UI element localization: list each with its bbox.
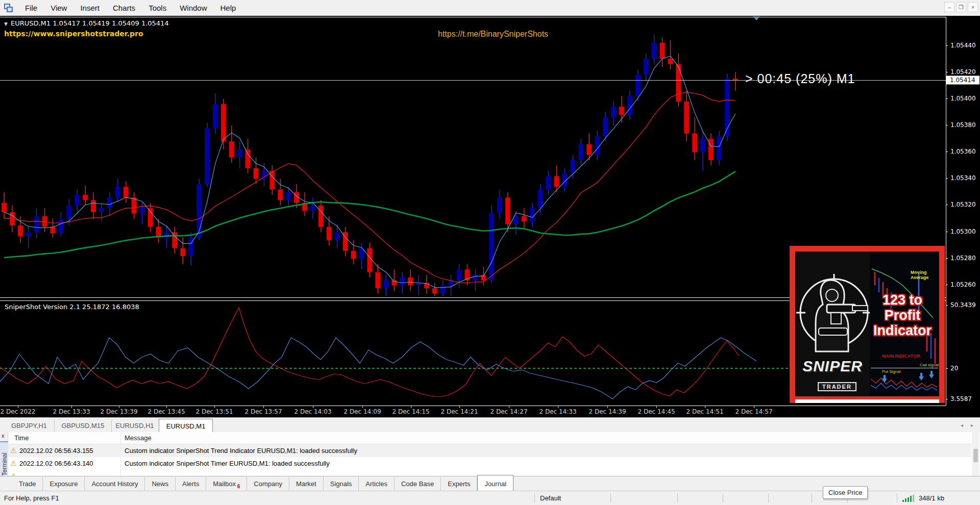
connection-signal-icon	[902, 495, 916, 502]
candle	[42, 208, 47, 232]
candle	[383, 275, 388, 296]
price-tick	[946, 152, 948, 152]
terminal-tab-code-base[interactable]: Code Base	[395, 477, 441, 491]
time-axis[interactable]: 2 Dec 20222 Dec 13:332 Dec 13:392 Dec 13…	[0, 406, 946, 417]
price-axis[interactable]: 1.054401.054201.054001.053801.053601.053…	[946, 16, 980, 406]
candle	[213, 93, 218, 133]
chart-window[interactable]: ▼EURUSD,M1 1.05417 1.05419 1.05409 1.054…	[0, 16, 980, 417]
candle	[83, 186, 88, 206]
candle	[408, 269, 413, 291]
time-tick-label: 2 Dec 13:33	[53, 408, 90, 415]
candle	[603, 112, 608, 142]
candle	[717, 131, 722, 165]
terminal-tab-market[interactable]: Market	[289, 477, 324, 491]
terminal-tab-journal[interactable]: Journal	[477, 475, 513, 491]
journal-message: Custom indicator SniperShot Trend Indica…	[125, 447, 357, 454]
sniper-logo-graphic: SNIPER TRADER	[795, 251, 870, 396]
journal-header-row: Time Message	[8, 432, 971, 444]
candle	[464, 264, 470, 286]
menu-items: FileViewInsertChartsToolsWindowHelp	[18, 1, 242, 15]
menu-view[interactable]: View	[44, 1, 74, 15]
candle	[497, 189, 502, 219]
time-tick-label: 2 Dec 2022	[0, 408, 35, 415]
status-divider	[610, 493, 611, 503]
candle	[725, 73, 730, 141]
menu-file[interactable]: File	[18, 1, 44, 15]
candle	[733, 72, 738, 91]
terminal-tab-account-history[interactable]: Account History	[85, 477, 145, 491]
ad-main-indicator-label: MAIN INDICATOR	[882, 353, 920, 359]
price-tick-label: 1.05280	[950, 255, 976, 262]
menu-window[interactable]: Window	[173, 1, 213, 15]
terminal-tab-experts[interactable]: Experts	[441, 477, 477, 491]
chart-shift-marker-icon[interactable]	[753, 16, 760, 20]
candle	[75, 189, 80, 212]
close-icon[interactable]: ×	[968, 2, 978, 12]
scrollbar-thumb[interactable]	[973, 449, 978, 462]
ad-put-signal-label: Put Signal	[882, 369, 900, 374]
candle	[91, 192, 96, 219]
candle	[51, 219, 56, 238]
journal-row[interactable]: ⚠2022.12.02 06:56:43.140Custom indicator…	[8, 457, 971, 470]
time-tick-label: 2 Dec 13:45	[148, 408, 185, 415]
terminal-scrollbar[interactable]	[972, 432, 979, 476]
candle	[440, 280, 446, 296]
chart-tab-eurusd-m1[interactable]: EURUSD,M1	[159, 419, 213, 433]
terminal-close-icon[interactable]: x	[2, 433, 5, 439]
menu-charts[interactable]: Charts	[106, 1, 142, 15]
menu-insert[interactable]: Insert	[74, 1, 106, 15]
journal-rows: ⚠2022.12.02 06:56:43.155Custom indicator…	[8, 444, 971, 476]
menu-help[interactable]: Help	[214, 1, 243, 15]
status-profile[interactable]: Default	[540, 494, 561, 502]
terminal-tab-exposure[interactable]: Exposure	[43, 477, 85, 491]
column-header-time[interactable]: Time	[14, 434, 29, 442]
journal-message: Custom indicator SniperShot Timer EURUSD…	[125, 460, 330, 467]
candle	[188, 232, 193, 265]
terminal-tab-company[interactable]: Company	[247, 477, 289, 491]
candle	[172, 227, 177, 254]
menu-tools[interactable]: Tools	[142, 1, 173, 15]
terminal-tab-articles[interactable]: Articles	[359, 477, 395, 491]
chart-tab-gbpusd-m15[interactable]: GBPUSD,M15	[54, 420, 112, 433]
terminal-tab-news[interactable]: News	[145, 477, 176, 491]
candle	[34, 208, 39, 239]
terminal-tab-alerts[interactable]: Alerts	[176, 477, 206, 491]
column-header-message[interactable]: Message	[125, 434, 152, 442]
status-divider	[723, 493, 723, 503]
candle	[700, 131, 705, 170]
candle	[660, 37, 665, 67]
tab-scroll-left-icon[interactable]: ◂	[961, 422, 963, 428]
time-tick-label: 2 Dec 14:15	[392, 408, 429, 415]
indicator-tick	[946, 305, 948, 306]
journal-time: 2022.12.02 06:56:43.140	[19, 460, 93, 467]
terminal-panel: x Terminal Time Message ⚠2022.12.02 06:5…	[0, 432, 980, 491]
status-divider	[812, 493, 812, 503]
candle	[595, 131, 600, 160]
indicator-tick	[946, 399, 948, 399]
journal-row[interactable]: ⚠2022.12.02 06:56:43.155Custom indicator…	[8, 444, 971, 457]
candle	[578, 139, 583, 165]
price-tick	[946, 205, 948, 205]
status-divider	[897, 493, 897, 503]
price-tick-label: 1.05380	[950, 121, 976, 129]
price-tick	[946, 98, 948, 99]
chart-tab-gbpjpy-h1[interactable]: GBPJPY,H1	[4, 420, 55, 433]
ad-down-arrow-icon	[929, 371, 934, 379]
candle	[505, 192, 510, 232]
ad-headline-line: Profit	[862, 308, 939, 323]
price-tick	[946, 125, 948, 125]
terminal-tab-mailbox[interactable]: Mailbox 6	[206, 477, 247, 491]
minimize-icon[interactable]: –	[944, 2, 954, 12]
chart-tab-eurusd-h1[interactable]: EURUSD,H1	[108, 420, 161, 433]
terminal-tab-trade[interactable]: Trade	[12, 477, 43, 491]
restore-icon[interactable]: ❐	[956, 2, 966, 12]
time-tick-label: 2 Dec 14:57	[735, 408, 772, 415]
tab-scroll-right-icon[interactable]: ▸	[971, 422, 973, 428]
terminal-tab-signals[interactable]: Signals	[324, 477, 359, 491]
mt4-window: FileViewInsertChartsToolsWindowHelp – ❐ …	[0, 0, 980, 505]
ad-brand-bottom: TRADER	[818, 382, 856, 391]
candle	[684, 91, 689, 141]
ad-headline-line: Indicator	[862, 323, 939, 338]
candle	[635, 69, 641, 102]
ad-down-arrow-icon	[882, 375, 887, 383]
